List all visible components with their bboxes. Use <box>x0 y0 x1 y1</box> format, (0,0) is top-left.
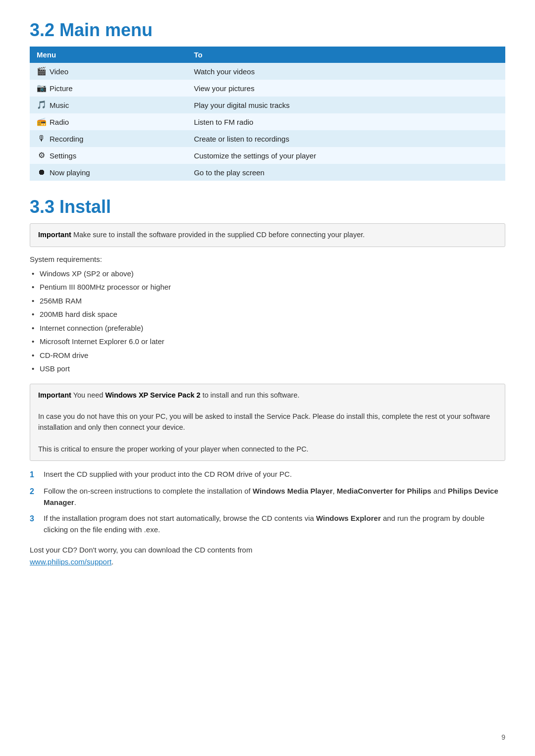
notice2-para2: This is critical to ensure the proper wo… <box>38 444 497 455</box>
menu-item-cell: ⚙Settings <box>30 147 187 164</box>
notice2-line1: Important You need Windows XP Service Pa… <box>38 390 497 401</box>
col-menu-header: Menu <box>30 47 187 63</box>
step-content: Insert the CD supplied with your product… <box>44 469 505 480</box>
table-row: 🎬VideoWatch your videos <box>30 63 505 80</box>
menu-item-description: Listen to FM radio <box>187 113 505 130</box>
section-32-title: 3.2 Main menu <box>30 20 505 41</box>
footer-pre: Lost your CD? Don't worry, you can downl… <box>30 546 252 554</box>
footer-post: . <box>111 557 113 566</box>
list-item: 2Follow the on-screen instructions to co… <box>30 486 505 508</box>
list-item: 256MB RAM <box>40 296 505 307</box>
menu-item-description: View your pictures <box>187 80 505 97</box>
settings-icon: ⚙ <box>37 151 47 160</box>
menu-item-cell: 🎬Video <box>30 63 187 80</box>
notice1-text: Make sure to install the software provid… <box>71 231 365 239</box>
menu-item-description: Play your digital music tracks <box>187 97 505 113</box>
menu-item-label: Now playing <box>50 168 90 177</box>
step-number: 1 <box>30 469 44 481</box>
list-item: 3If the installation program does not st… <box>30 513 505 535</box>
table-row: ⏺Now playingGo to the play screen <box>30 164 505 181</box>
menu-item-description: Watch your videos <box>187 63 505 80</box>
menu-item-description: Customize the settings of your player <box>187 147 505 164</box>
menu-item-cell: ⏺Now playing <box>30 164 187 181</box>
nowplaying-icon: ⏺ <box>37 167 47 177</box>
system-req-label: System requirements: <box>30 255 505 263</box>
list-item: Internet connection (preferable) <box>40 323 505 334</box>
notice2-text1: You need <box>71 391 106 399</box>
list-item: 200MB hard disk space <box>40 309 505 320</box>
main-menu-table: Menu To 🎬VideoWatch your videos📷PictureV… <box>30 47 505 181</box>
menu-item-cell: 📷Picture <box>30 80 187 97</box>
list-item: Pentium III 800MHz processor or higher <box>40 282 505 293</box>
notice-box-1: Important Make sure to install the softw… <box>30 223 505 247</box>
table-row: 🎙RecordingCreate or listen to recordings <box>30 130 505 147</box>
step-number: 2 <box>30 486 44 498</box>
menu-item-label: Video <box>50 67 68 76</box>
step-number: 3 <box>30 513 44 525</box>
list-item: Microsoft Internet Explorer 6.0 or later <box>40 336 505 348</box>
table-row: ⚙SettingsCustomize the settings of your … <box>30 147 505 164</box>
menu-item-description: Go to the play screen <box>187 164 505 181</box>
col-to-header: To <box>187 47 505 63</box>
music-icon: 🎵 <box>37 100 47 110</box>
notice2-para1: In case you do not have this on your PC,… <box>38 411 497 433</box>
install-steps: 1Insert the CD supplied with your produc… <box>30 469 505 535</box>
notice2-text2: to install and run this software. <box>201 391 300 399</box>
menu-item-cell: 📻Radio <box>30 113 187 130</box>
list-item: Windows XP (SP2 or above) <box>40 268 505 280</box>
list-item: 1Insert the CD supplied with your produc… <box>30 469 505 481</box>
table-row: 📷PictureView your pictures <box>30 80 505 97</box>
menu-item-label: Radio <box>50 118 69 126</box>
section-33-title: 3.3 Install <box>30 197 505 217</box>
menu-item-label: Settings <box>50 151 76 160</box>
footer-note: Lost your CD? Don't worry, you can downl… <box>30 544 505 568</box>
notice2-bold-middle: Windows XP Service Pack 2 <box>105 391 200 399</box>
menu-item-label: Recording <box>50 135 83 143</box>
notice-box-2: Important You need Windows XP Service Pa… <box>30 384 505 461</box>
menu-item-cell: 🎵Music <box>30 97 187 113</box>
recording-icon: 🎙 <box>37 134 47 144</box>
notice2-bold-prefix: Important <box>38 391 71 399</box>
table-row: 📻RadioListen to FM radio <box>30 113 505 130</box>
menu-item-cell: 🎙Recording <box>30 130 187 147</box>
table-row: 🎵MusicPlay your digital music tracks <box>30 97 505 113</box>
step-content: Follow the on-screen instructions to com… <box>44 486 505 508</box>
step-content: If the installation program does not sta… <box>44 513 505 535</box>
page-number: 9 <box>501 733 505 741</box>
menu-item-label: Music <box>50 101 69 109</box>
video-icon: 🎬 <box>37 66 47 76</box>
menu-item-description: Create or listen to recordings <box>187 130 505 147</box>
notice1-bold: Important <box>38 231 71 239</box>
picture-icon: 📷 <box>37 83 47 93</box>
list-item: CD-ROM drive <box>40 350 505 361</box>
system-requirements-list: Windows XP (SP2 or above)Pentium III 800… <box>30 268 505 375</box>
list-item: USB port <box>40 363 505 375</box>
philips-support-link[interactable]: www.philips.com/support <box>30 557 111 566</box>
menu-item-label: Picture <box>50 84 73 93</box>
radio-icon: 📻 <box>37 117 47 127</box>
